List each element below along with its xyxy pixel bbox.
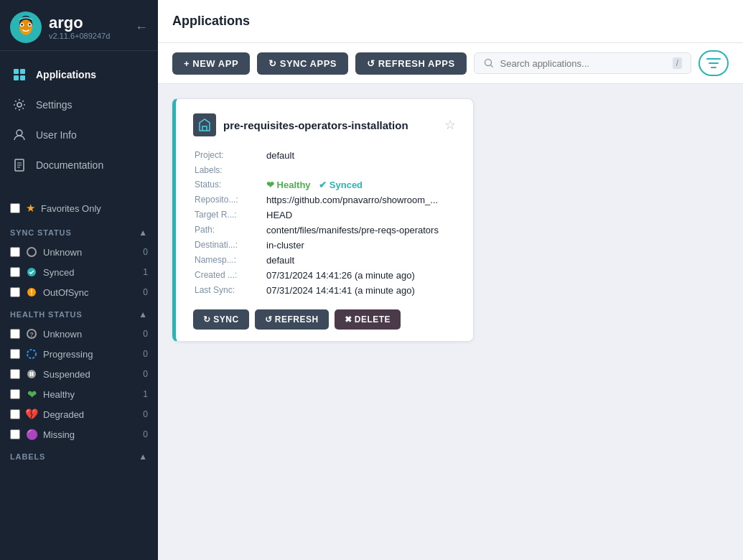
created-value: 07/31/2024 14:41:26 (a minute ago) xyxy=(266,270,454,281)
delete-button[interactable]: ✖ DELETE xyxy=(335,309,401,330)
synced-icon xyxy=(26,266,37,278)
filter-unknown-health[interactable]: ? Unknown 0 xyxy=(0,324,158,344)
sync-status-badge: ✔ Synced xyxy=(319,179,363,190)
filter-icon xyxy=(706,58,721,68)
sidebar-nav: Applications Settings User Info Document… xyxy=(0,51,158,189)
detail-repository: Reposito...: https://github.com/pnavarro… xyxy=(195,192,454,207)
new-app-button[interactable]: + NEW APP xyxy=(172,52,250,75)
back-button[interactable]: ← xyxy=(135,20,148,35)
search-shortcut: / xyxy=(673,57,682,69)
detail-target-revision: Target R...: HEAD xyxy=(195,207,454,223)
sidebar-item-documentation[interactable]: Documentation xyxy=(0,150,158,180)
sync-status-header: SYNC STATUS ▲ xyxy=(0,220,158,242)
healthy-checkbox[interactable] xyxy=(10,389,20,399)
sidebar-item-applications[interactable]: Applications xyxy=(0,60,158,90)
unknown-sync-count: 0 xyxy=(143,247,148,257)
unknown-sync-checkbox[interactable] xyxy=(10,247,20,257)
filter-degraded[interactable]: 💔 Degraded 0 xyxy=(0,404,158,424)
out-of-sync-checkbox[interactable] xyxy=(10,287,20,297)
sidebar-item-user-info-label: User Info xyxy=(36,129,77,141)
last-sync-value: 07/31/2024 14:41:41 (a minute ago) xyxy=(266,285,454,296)
detail-destination: Destinati...: in-cluster xyxy=(195,238,454,253)
detail-last-sync: Last Sync: 07/31/2024 14:41:41 (a minute… xyxy=(195,283,454,298)
progressing-label: Progressing xyxy=(43,349,93,360)
filter-unknown-sync[interactable]: Unknown 0 xyxy=(0,242,158,262)
unknown-sync-icon xyxy=(26,246,37,258)
suspended-icon xyxy=(26,368,37,380)
sidebar-filters: ★ Favorites Only SYNC STATUS ▲ Unknown 0… xyxy=(0,189,158,560)
favorites-filter[interactable]: ★ Favorites Only xyxy=(0,196,158,220)
progressing-count: 0 xyxy=(143,349,148,359)
target-revision-value: HEAD xyxy=(266,210,454,220)
favorite-button[interactable]: ☆ xyxy=(444,117,456,133)
health-status-header: HEALTH STATUS ▲ xyxy=(0,302,158,324)
created-label: Created ...: xyxy=(195,270,266,281)
filter-suspended[interactable]: Suspended 0 xyxy=(0,364,158,384)
out-of-sync-icon: ! xyxy=(26,286,37,298)
progressing-checkbox[interactable] xyxy=(10,349,20,359)
favorites-checkbox[interactable] xyxy=(10,203,20,213)
labels-chevron[interactable]: ▲ xyxy=(139,452,148,462)
labels-value xyxy=(266,165,454,175)
filter-healthy[interactable]: ❤ Healthy 1 xyxy=(0,384,158,404)
favorites-label: Favorites Only xyxy=(41,203,101,214)
unknown-health-checkbox[interactable] xyxy=(10,329,20,339)
detail-namespace: Namesp...: default xyxy=(195,253,454,268)
labels-label: LABELS xyxy=(10,452,45,461)
unknown-health-icon: ? xyxy=(26,328,37,340)
sidebar-item-settings[interactable]: Settings xyxy=(0,90,158,120)
synced-checkbox[interactable] xyxy=(10,267,20,277)
unknown-health-label: Unknown xyxy=(43,329,82,340)
search-bar: / xyxy=(474,52,691,74)
destination-label: Destinati...: xyxy=(195,240,266,251)
sync-status-label: SYNC STATUS xyxy=(10,228,72,237)
svg-rect-8 xyxy=(14,75,19,80)
sync-button[interactable]: ↻ SYNC xyxy=(193,309,249,330)
filter-button[interactable] xyxy=(698,50,729,76)
page-title: Applications xyxy=(172,14,250,29)
sidebar-item-user-info[interactable]: User Info xyxy=(0,120,158,150)
path-value: content/files/manifests/pre-reqs-operato… xyxy=(266,225,454,235)
app-card-actions: ↻ SYNC ↺ REFRESH ✖ DELETE xyxy=(193,309,456,330)
filter-missing[interactable]: 🟣 Missing 0 xyxy=(0,424,158,444)
apps-icon xyxy=(11,67,27,83)
filter-progressing[interactable]: Progressing 0 xyxy=(0,344,158,364)
favorites-star-icon: ★ xyxy=(26,202,35,215)
detail-project: Project: default xyxy=(195,148,454,163)
brand-name: argo xyxy=(49,14,128,32)
filter-synced[interactable]: Synced 1 xyxy=(0,262,158,282)
namespace-label: Namesp...: xyxy=(195,255,266,266)
svg-rect-24 xyxy=(706,58,721,60)
repository-value: https://github.com/pnavarro/showroom_... xyxy=(266,195,454,205)
svg-rect-22 xyxy=(32,372,34,376)
search-input[interactable] xyxy=(500,58,667,69)
progressing-icon xyxy=(26,348,37,360)
filter-out-of-sync[interactable]: ! OutOfSync 0 xyxy=(0,282,158,302)
synced-count: 1 xyxy=(143,267,148,277)
labels-header: LABELS ▲ xyxy=(0,444,158,466)
missing-checkbox[interactable] xyxy=(10,429,20,439)
app-type-icon xyxy=(193,113,216,136)
last-sync-label: Last Sync: xyxy=(195,285,266,296)
refresh-button[interactable]: ↺ REFRESH xyxy=(255,309,329,330)
app-details: Project: default Labels: Status: ❤ Healt… xyxy=(193,146,456,299)
svg-text:!: ! xyxy=(30,289,32,297)
sidebar: argo v2.11.6+089247d ← Applications Sett… xyxy=(0,0,158,560)
health-status-chevron[interactable]: ▲ xyxy=(139,309,148,319)
svg-rect-9 xyxy=(20,75,25,80)
missing-icon: 🟣 xyxy=(26,429,37,440)
detail-created: Created ...: 07/31/2024 14:41:26 (a minu… xyxy=(195,268,454,283)
docs-icon xyxy=(11,157,27,173)
app-card-header: pre-requisites-operators-installation ☆ xyxy=(193,113,456,136)
refresh-apps-button[interactable]: ↺ REFRESH APPS xyxy=(355,52,467,75)
destination-value: in-cluster xyxy=(266,240,454,251)
sync-apps-button[interactable]: ↻ SYNC APPS xyxy=(257,52,348,75)
degraded-checkbox[interactable] xyxy=(10,409,20,419)
suspended-checkbox[interactable] xyxy=(10,369,20,379)
svg-point-19 xyxy=(27,350,36,358)
healthy-icon: ❤ xyxy=(26,388,37,400)
sync-status-chevron[interactable]: ▲ xyxy=(139,228,148,238)
main-header: Applications xyxy=(158,0,743,43)
degraded-icon: 💔 xyxy=(26,409,37,420)
healthy-label: Healthy xyxy=(43,389,75,400)
